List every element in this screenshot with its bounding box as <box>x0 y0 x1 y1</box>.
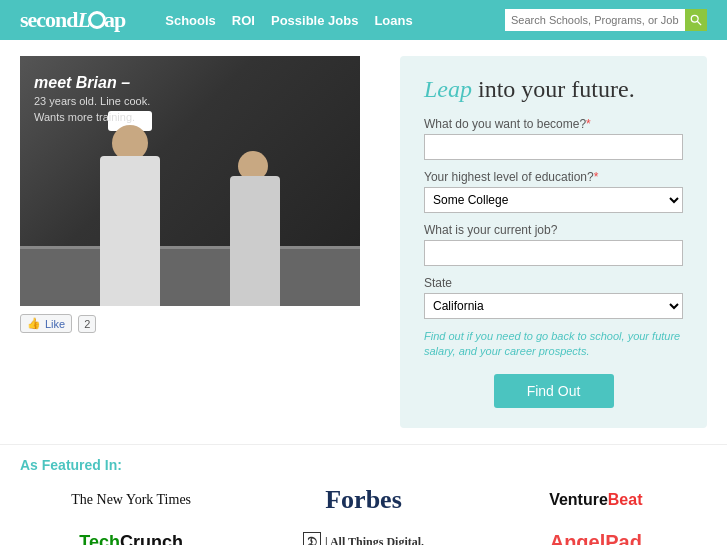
wsj-emblem: 𝔇 <box>303 532 321 545</box>
logo-new-york-times: The New York Times <box>20 492 242 508</box>
search-bar <box>505 9 707 31</box>
like-label: Like <box>45 318 65 330</box>
svg-point-0 <box>691 15 698 22</box>
form-title: Leap into your future. <box>424 76 683 103</box>
main-content: meet Brian – 23 years old. Line cook. Wa… <box>0 40 727 444</box>
field1-label: What do you want to become?* <box>424 117 683 131</box>
like-count: 2 <box>78 315 96 333</box>
hero-image: meet Brian – 23 years old. Line cook. Wa… <box>20 56 360 306</box>
hint-text: Find out if you need to go back to schoo… <box>424 329 683 360</box>
field2-label: Your highest level of education?* <box>424 170 683 184</box>
hero-age: 23 years old. Line cook. <box>34 94 150 109</box>
like-bar: 👍 Like 2 <box>20 314 380 333</box>
form-title-rest: into your future. <box>472 76 635 102</box>
hero-background: meet Brian – 23 years old. Line cook. Wa… <box>20 56 360 306</box>
svg-line-1 <box>697 21 701 25</box>
hero-text: meet Brian – 23 years old. Line cook. Wa… <box>34 72 150 125</box>
state-label: State <box>424 276 683 290</box>
featured-logos: The New York Times Forbes VentureBeat Te… <box>20 485 707 545</box>
find-out-button[interactable]: Find Out <box>494 374 614 408</box>
nav-possible-jobs[interactable]: Possible Jobs <box>271 13 358 28</box>
chef-body-2 <box>230 176 280 306</box>
fb-like-button[interactable]: 👍 Like <box>20 314 72 333</box>
logo-angelpad: AngelPad <box>485 531 707 545</box>
search-input[interactable] <box>505 9 685 31</box>
featured-title: As Featured In: <box>20 457 707 473</box>
state-select[interactable]: California <box>424 293 683 319</box>
nav-roi[interactable]: ROI <box>232 13 255 28</box>
logo-techcrunch: TechCrunch <box>20 532 242 545</box>
education-select[interactable]: Some College <box>424 187 683 213</box>
chef-body <box>100 156 160 306</box>
field3-label: What is your current job? <box>424 223 683 237</box>
form-panel: Leap into your future. What do you want … <box>400 56 707 428</box>
nav-loans[interactable]: Loans <box>374 13 412 28</box>
left-column: meet Brian – 23 years old. Line cook. Wa… <box>20 56 380 428</box>
form-title-leap: Leap <box>424 76 472 102</box>
logo[interactable]: secondLap <box>20 7 125 33</box>
hero-meet: meet Brian – <box>34 72 150 94</box>
featured-section: As Featured In: The New York Times Forbe… <box>0 444 727 545</box>
nav-schools[interactable]: Schools <box>165 13 216 28</box>
search-button[interactable] <box>685 9 707 31</box>
thumbs-up-icon: 👍 <box>27 317 41 330</box>
nav: Schools ROI Possible Jobs Loans <box>165 13 485 28</box>
header: secondLap Schools ROI Possible Jobs Loan… <box>0 0 727 40</box>
logo-all-things-digital: 𝔇 | All Things Digital. <box>252 532 474 545</box>
logo-forbes: Forbes <box>252 485 474 515</box>
chef-figure-2 <box>220 146 300 306</box>
search-icon <box>690 14 702 26</box>
chef-figure-1 <box>70 106 190 306</box>
hero-wants: Wants more training. <box>34 110 150 125</box>
become-input[interactable] <box>424 134 683 160</box>
current-job-input[interactable] <box>424 240 683 266</box>
logo-venturebeat: VentureBeat <box>485 491 707 509</box>
